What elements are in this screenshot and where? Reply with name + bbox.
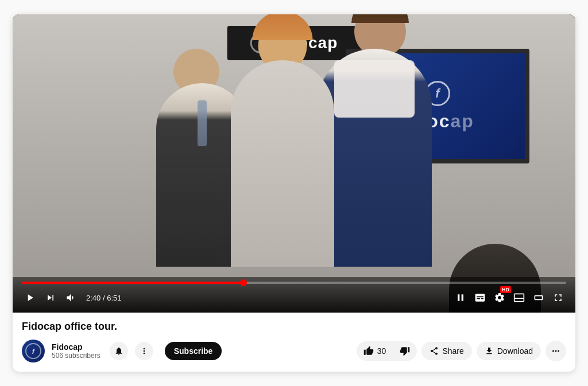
download-button[interactable]: Download	[477, 342, 541, 360]
subscribe-button[interactable]: Subscribe	[165, 342, 222, 360]
person-left-figure	[156, 83, 237, 267]
next-button[interactable]	[42, 290, 59, 306]
subtitles-button[interactable]	[472, 290, 488, 306]
dislike-button[interactable]	[393, 345, 417, 357]
notification-button[interactable]	[110, 342, 128, 360]
thumbs-down-icon	[400, 346, 410, 356]
theater-icon	[533, 292, 544, 303]
time-display: 2:40 / 6:51	[86, 294, 122, 302]
thumbs-up-icon	[363, 346, 374, 356]
current-time: 2:40	[86, 294, 100, 302]
video-thumbnail[interactable]: f fidocap f fidocap	[13, 14, 575, 313]
hd-badge: HD	[500, 286, 511, 293]
more-horiz-icon	[551, 346, 561, 356]
play-icon	[24, 292, 36, 303]
progress-dot	[240, 279, 247, 286]
share-button[interactable]: Share	[421, 342, 471, 360]
settings-wrapper: HD	[492, 290, 508, 306]
people-area	[13, 49, 575, 267]
pause-icon	[455, 292, 466, 303]
download-label: Download	[497, 346, 533, 356]
channel-avatar-inner: f	[25, 343, 41, 359]
more-options-button[interactable]	[546, 341, 566, 361]
more-vert-icon	[140, 346, 149, 356]
theater-button[interactable]	[531, 290, 547, 306]
action-buttons: 30 Share	[357, 341, 566, 361]
video-title: Fidocap office tour.	[22, 321, 566, 333]
like-dislike-pill: 30	[357, 341, 417, 361]
like-button[interactable]: 30	[357, 345, 393, 357]
volume-button[interactable]	[63, 290, 79, 306]
play-button[interactable]	[22, 290, 38, 306]
video-scene: f fidocap f fidocap	[13, 14, 575, 313]
progress-bar[interactable]	[22, 282, 566, 284]
person-center-body	[231, 60, 334, 267]
settings-icon	[494, 292, 505, 303]
channel-info: Fidocap 506 subscribers	[52, 342, 100, 360]
controls-right: HD	[452, 290, 566, 306]
skip-next-icon	[45, 292, 56, 303]
progress-fill	[22, 282, 243, 284]
fullscreen-button[interactable]	[550, 290, 566, 306]
pause-button[interactable]	[452, 290, 469, 306]
info-section: Fidocap office tour. f Fidocap 506 subsc…	[13, 313, 575, 372]
miniplayer-button[interactable]	[511, 290, 527, 306]
notification-icon	[114, 346, 123, 356]
subtitles-icon	[474, 292, 486, 303]
controls-bar: 2:40 / 6:51	[13, 277, 575, 313]
download-icon	[485, 346, 494, 356]
miniplayer-icon	[513, 292, 525, 303]
share-icon	[430, 346, 439, 356]
channel-row: f Fidocap 506 subscribers Subscrib	[22, 340, 566, 362]
channel-subscribers: 506 subscribers	[52, 352, 100, 360]
like-count: 30	[377, 346, 386, 356]
video-wrapper: f fidocap f fidocap	[13, 14, 575, 313]
channel-avatar[interactable]: f	[22, 340, 45, 362]
video-player-container: f fidocap f fidocap	[13, 14, 575, 372]
person-right-body	[317, 49, 432, 267]
share-label: Share	[442, 346, 463, 356]
person-right-figure	[328, 49, 432, 267]
channel-name[interactable]: Fidocap	[52, 342, 100, 352]
time-separator: /	[103, 294, 105, 302]
person-center-figure	[231, 60, 334, 267]
channel-more-button[interactable]	[135, 342, 153, 360]
avatar-letter: f	[32, 347, 34, 356]
total-time: 6:51	[107, 294, 121, 302]
fullscreen-icon	[552, 292, 564, 303]
controls-row: 2:40 / 6:51	[22, 290, 566, 306]
volume-icon	[65, 292, 77, 303]
